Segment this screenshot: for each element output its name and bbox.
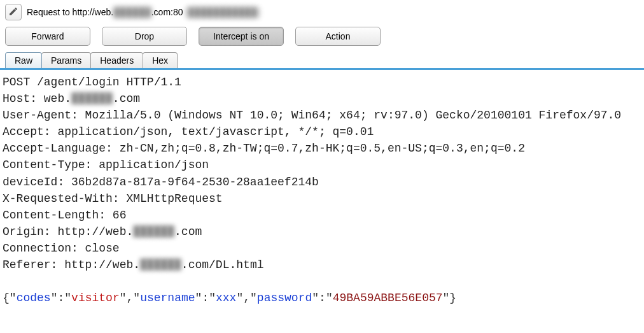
hdr-device-id: deviceId: 36b2d87a-817a-9f64-2530-28aa1e… — [3, 176, 319, 188]
tab-hex-label: Hex — [152, 55, 168, 66]
edit-icon-button[interactable] — [5, 4, 22, 20]
tab-headers[interactable]: Headers — [90, 52, 143, 68]
tab-params-label: Params — [51, 55, 81, 66]
body-key-codes: codes — [17, 292, 51, 304]
forward-button-label: Forward — [31, 31, 64, 41]
intercept-toggle-button[interactable]: Intercept is on — [199, 27, 284, 46]
forward-button[interactable]: Forward — [5, 27, 90, 46]
request-title-prefix: Request to http://web. — [27, 7, 113, 17]
pencil-icon — [8, 6, 18, 18]
body-key-username: username — [140, 292, 195, 304]
hdr-x-requested-with: X-Requested-With: XMLHttpRequest — [3, 192, 223, 205]
body-val-password: 49BA59ABBE56E057 — [333, 292, 443, 304]
hdr-content-type: Content-Type: application/json — [3, 159, 209, 171]
request-title-host-redacted: ██████ — [113, 7, 151, 17]
tab-headers-label: Headers — [100, 55, 134, 66]
hdr-origin-a: Origin: http://web. — [3, 225, 133, 238]
tab-hex[interactable]: Hex — [143, 52, 178, 68]
body-close: } — [449, 292, 456, 304]
hdr-referer-redacted: ██████ — [140, 259, 181, 271]
request-line: POST /agent/login HTTP/1.1 — [3, 76, 181, 89]
intercept-button-label: Intercept is on — [213, 31, 269, 41]
drop-button-label: Drop — [135, 31, 154, 41]
request-title-extra-redacted: [███████████] — [185, 7, 260, 17]
hdr-accept-language: Accept-Language: zh-CN,zh;q=0.8,zh-TW;q=… — [3, 142, 525, 155]
hdr-user-agent: User-Agent: Mozilla/5.0 (Windows NT 10.0… — [3, 109, 621, 122]
hdr-origin-redacted: ██████ — [133, 225, 174, 238]
request-title: Request to http://web.██████.com:80 [███… — [27, 7, 260, 17]
request-title-suffix: .com:80 — [151, 7, 186, 17]
raw-request-editor[interactable]: POST /agent/login HTTP/1.1 Host: web.███… — [0, 70, 644, 309]
hdr-referer-a: Referer: http://web. — [3, 259, 140, 271]
action-button-label: Action — [326, 31, 351, 41]
hdr-referer-c: .com/DL.html — [181, 259, 264, 271]
hdr-accept: Accept: application/json, text/javascrip… — [3, 125, 374, 138]
hdr-origin-c: .com — [174, 225, 202, 238]
hdr-host-c: .com — [113, 92, 140, 105]
drop-button[interactable]: Drop — [102, 27, 187, 46]
body-key-password: password — [257, 292, 312, 304]
hdr-content-length: Content-Length: 66 — [3, 209, 126, 222]
hdr-host-redacted: ██████ — [71, 92, 113, 105]
hdr-host-a: Host: web. — [3, 92, 71, 105]
action-button[interactable]: Action — [295, 27, 381, 46]
body-open: { — [3, 292, 10, 304]
tab-params[interactable]: Params — [41, 52, 91, 68]
body-val-codes: visitor — [71, 292, 120, 304]
body-val-username: xxx — [216, 292, 236, 304]
hdr-connection: Connection: close — [3, 242, 120, 255]
tab-raw[interactable]: Raw — [5, 52, 42, 68]
tab-raw-label: Raw — [15, 55, 32, 66]
